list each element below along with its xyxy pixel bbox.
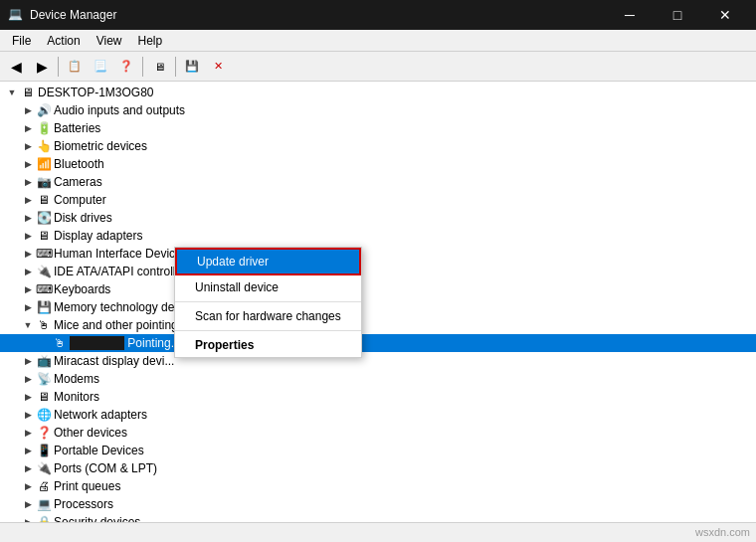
menu-help[interactable]: Help [130,30,171,51]
arrow-icon [20,425,36,441]
list-item[interactable]: 📺 Miracast display devi... [0,352,756,370]
device-tree: 🖥 DESKTOP-1M3OG80 🔊 Audio inputs and out… [0,82,756,522]
list-item[interactable]: 🖥 Monitors [0,388,756,406]
ctx-update-driver[interactable]: Update driver [175,248,361,275]
list-item[interactable]: 📶 Bluetooth [0,155,756,173]
tree-item-label: Mice and other pointing devices [54,318,752,332]
processor-icon: 💻 [36,496,52,512]
list-item[interactable]: 💽 Disk drives [0,209,756,227]
bluetooth-icon: 📶 [36,156,52,172]
arrow-icon [20,174,36,190]
arrow-icon [20,514,36,522]
computer-icon: 🖥 [20,85,36,100]
tree-item-label: Portable Devices [54,444,752,457]
list-item[interactable]: 🖥 Display adapters [0,227,756,245]
menu-file[interactable]: File [4,30,39,51]
menu-action[interactable]: Action [39,30,88,51]
mouse-child-icon: 🖱 [52,335,68,351]
list-item[interactable]: 🌐 Network adapters [0,406,756,424]
list-item[interactable]: 💻 Processors [0,495,756,513]
arrow-icon [20,478,36,494]
arrow-icon [20,281,36,297]
list-item[interactable]: 🖱 Mice and other pointing devices [0,316,756,334]
list-item[interactable]: 🖱 Pointing... [0,334,756,352]
mouse-icon: 🖱 [36,317,52,333]
maximize-button[interactable]: □ [655,0,700,30]
tree-item-label: Other devices [54,426,752,440]
arrow-icon [20,138,36,154]
tree-item-label: Processors [54,497,752,511]
tree-item-label: Ports (COM & LPT) [54,461,752,475]
tree-item-label: Batteries [54,121,752,135]
remove-button[interactable]: ✕ [206,55,230,79]
computer-icon: 🖥 [36,192,52,208]
tree-item-label: Biometric devices [54,139,752,153]
tree-item-label: Network adapters [54,408,752,422]
arrow-icon [20,443,36,458]
tree-item-label: Miracast display devi... [54,354,752,368]
list-item[interactable]: ⌨ Keyboards [0,280,756,298]
minimize-button[interactable]: ─ [607,0,653,30]
list-item[interactable]: 🖨 Print queues [0,477,756,495]
camera-icon: 📷 [36,174,52,190]
title-bar: 💻 Device Manager ─ □ ✕ [0,0,756,30]
list-item[interactable]: 💾 Memory technology devices [0,298,756,316]
separator-3 [175,57,176,77]
portable-icon: 📱 [36,443,52,458]
ctx-scan-hardware[interactable]: Scan for hardware changes [175,304,361,328]
keyboard-icon: ⌨ [36,281,52,297]
device-tree-area: 🖥 DESKTOP-1M3OG80 🔊 Audio inputs and out… [0,82,756,522]
network-icon: 🌐 [36,407,52,423]
other-icon: ❓ [36,425,52,441]
biometric-icon: 👆 [36,138,52,154]
disk-icon: 💽 [36,210,52,226]
monitor-icon: 🖥 [36,389,52,405]
audio-icon: 🔊 [36,102,52,118]
back-button[interactable]: ◀ [4,55,28,79]
tree-item-label: Memory technology devices [54,300,752,314]
tree-item-label: Modems [54,372,752,386]
help-button[interactable]: ❓ [114,55,138,79]
hid-icon: ⌨ [36,246,52,262]
list-item[interactable]: 📡 Modems [0,370,756,388]
arrow-icon [20,156,36,172]
tree-root[interactable]: 🖥 DESKTOP-1M3OG80 [0,84,756,101]
tree-item-label: Audio inputs and outputs [54,103,752,117]
arrow-icon [20,353,36,369]
list-item[interactable]: 👆 Biometric devices [0,137,756,155]
list-item[interactable]: 📱 Portable Devices [0,442,756,459]
ctx-properties[interactable]: Properties [175,333,361,357]
arrow-icon [20,317,36,333]
status-bar [0,522,756,542]
menu-view[interactable]: View [89,30,130,51]
root-label: DESKTOP-1M3OG80 [38,86,752,99]
battery-icon: 🔋 [36,120,52,136]
close-button[interactable]: ✕ [702,0,748,30]
tree-item-label: Print queues [54,479,752,493]
list-item[interactable]: 🔋 Batteries [0,119,756,137]
save-button[interactable]: 💾 [180,55,204,79]
list-item[interactable]: 🔌 IDE ATA/ATAPI controllers [0,263,756,280]
arrow-icon [20,192,36,208]
arrow-icon [20,389,36,405]
arrow-icon [20,102,36,118]
list-item[interactable]: 📷 Cameras [0,173,756,191]
properties-button[interactable]: 📋 [63,55,87,79]
ctx-separator-2 [175,330,361,331]
display-button[interactable]: 🖥 [147,55,171,79]
list-item[interactable]: 🖥 Computer [0,191,756,209]
watermark: wsxdn.com [695,526,750,538]
list-item[interactable]: 🔒 Security devices [0,513,756,522]
list-item[interactable]: 🔌 Ports (COM & LPT) [0,459,756,477]
forward-button[interactable]: ▶ [30,55,54,79]
window-controls: ─ □ ✕ [607,0,748,30]
ctx-uninstall-device[interactable]: Uninstall device [175,275,361,299]
list-item[interactable]: 🔊 Audio inputs and outputs [0,101,756,119]
tree-item-label: Pointing... [70,336,752,350]
list-item[interactable]: ❓ Other devices [0,424,756,442]
update-driver-button[interactable]: 📃 [89,55,112,79]
list-item[interactable]: ⌨ Human Interface Devices [0,245,756,263]
tree-item-label: IDE ATA/ATAPI controllers [54,265,752,278]
security-icon: 🔒 [36,514,52,522]
ctx-separator [175,301,361,302]
